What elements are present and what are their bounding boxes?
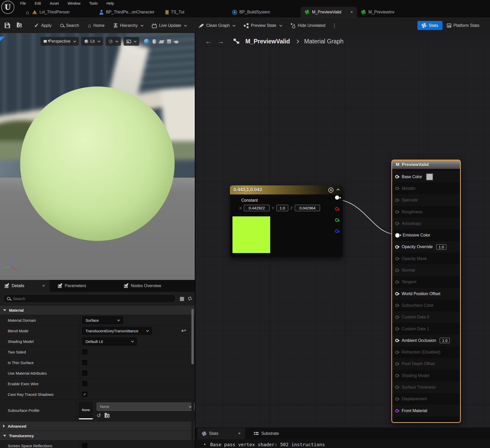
tab-nodes-overview[interactable]: Nodes Overview	[119, 280, 166, 292]
close-icon[interactable]: ×	[238, 431, 240, 436]
menu-tools[interactable]: Tools	[89, 1, 98, 5]
output-pin-b[interactable]	[335, 229, 339, 233]
input-pin[interactable]	[395, 351, 399, 354]
tab-bp-buildsystem[interactable]: BP_BuildSystem	[232, 7, 270, 18]
input-pin[interactable]	[395, 175, 399, 178]
input-pin-substrate[interactable]	[395, 409, 399, 412]
gear-icon[interactable]	[188, 297, 192, 300]
home-button[interactable]: ⌂ Home	[83, 23, 109, 28]
tab-stats[interactable]: Stats ×	[197, 428, 245, 439]
input-pin[interactable]	[395, 362, 399, 366]
constant-node[interactable]: 0.443,1,0.043 Constant X 0.442922 Y 1.0 …	[230, 185, 343, 257]
search-input[interactable]	[13, 296, 172, 301]
z-value-input[interactable]: 0.042964	[295, 205, 320, 211]
input-pin[interactable]	[395, 397, 399, 401]
menu-window[interactable]: Window	[68, 1, 81, 5]
input-pin[interactable]	[395, 199, 399, 202]
input-pin[interactable]	[395, 292, 399, 295]
show-flags-dropdown[interactable]	[106, 37, 121, 46]
screen-space-reflections-checkbox[interactable]	[82, 443, 87, 448]
x-value-input[interactable]: 0.442922	[244, 205, 270, 211]
sphere-shape-icon[interactable]	[144, 39, 149, 44]
live-update-button[interactable]: Live Update	[147, 23, 191, 28]
menu-asset[interactable]: Asset	[50, 1, 59, 5]
shading-model-select[interactable]: Default Lit	[82, 337, 137, 345]
y-value-input[interactable]: 1.0	[276, 205, 288, 211]
tab-m-previewvalid[interactable]: M_PreviewValid ×	[301, 7, 357, 18]
menu-edit[interactable]: Edit	[35, 1, 41, 5]
stats-button[interactable]: Stats	[417, 21, 442, 30]
navigate-forward-icon[interactable]: →	[217, 38, 224, 45]
preview-state-button[interactable]: Preview State	[239, 23, 286, 28]
tab-details[interactable]: Details ×	[0, 280, 50, 292]
input-pin[interactable]	[395, 269, 399, 272]
blend-mode-select[interactable]: TranslucentGreyTransmittance	[82, 327, 152, 335]
input-pin[interactable]	[395, 187, 399, 190]
hierarchy-button[interactable]: Hierarchy	[109, 23, 147, 28]
breadcrumb-root[interactable]: M_PreviewValid	[245, 38, 290, 45]
close-icon[interactable]: ×	[350, 10, 353, 15]
browse-to-asset-icon[interactable]	[17, 23, 22, 27]
section-material[interactable]: Material	[0, 305, 195, 315]
clean-graph-button[interactable]: Clean Graph	[195, 23, 239, 28]
tab-substrate[interactable]: Substrate	[249, 428, 283, 439]
menu-help[interactable]: Help	[106, 1, 114, 5]
browse-to-asset-icon[interactable]	[105, 414, 110, 418]
apply-button[interactable]: ✓ Apply	[30, 23, 56, 28]
input-pin[interactable]	[395, 280, 399, 284]
tab-parameters[interactable]: Parameters	[53, 280, 91, 292]
section-advanced[interactable]: Advanced	[0, 421, 195, 431]
more-options-icon[interactable]: ⋮	[330, 22, 339, 29]
material-preview-sphere[interactable]	[20, 87, 175, 241]
tab-lvl-thirdperson[interactable]: Lvl_ThirdPerson	[32, 7, 70, 18]
search-button[interactable]: Search	[56, 23, 83, 28]
tab-ts-tut[interactable]: TS_Tut	[165, 7, 184, 18]
preview-viewport[interactable]: Perspective Lit z y	[0, 33, 195, 280]
input-pin[interactable]	[395, 386, 399, 389]
lit-dropdown[interactable]: Lit	[81, 37, 103, 46]
tab-bp-thirdperson-character[interactable]: BP_ThirdPe...onCharacter	[99, 7, 154, 18]
navigate-back-icon[interactable]: ←	[205, 38, 212, 45]
enable-exec-wire-checkbox[interactable]	[82, 381, 87, 386]
use-selected-asset-icon[interactable]: ↺	[97, 412, 101, 419]
tab-m-previewinvalid[interactable]: M_PreviewInv	[361, 7, 394, 18]
material-result-node[interactable]: M_PreviewValid Base Color Metallic Specu…	[391, 160, 461, 423]
output-pin-rgb[interactable]	[335, 195, 339, 200]
is-thin-surface-checkbox[interactable]	[82, 360, 87, 365]
cylinder-shape-icon[interactable]	[153, 39, 156, 44]
hide-unrelated-button[interactable]: Hide Unrelated	[286, 23, 330, 28]
output-pin-r[interactable]	[335, 207, 339, 211]
input-pin-connected[interactable]	[395, 233, 400, 238]
home-icon[interactable]: ⌂	[26, 10, 29, 15]
menu-file[interactable]: File	[20, 1, 26, 5]
base-color-swatch[interactable]	[426, 174, 433, 180]
perspective-dropdown[interactable]: Perspective	[41, 37, 79, 46]
pin-default-value[interactable]: 1.0	[436, 244, 446, 250]
save-icon[interactable]	[5, 23, 10, 28]
input-pin[interactable]	[395, 316, 399, 319]
input-pin[interactable]	[395, 327, 399, 331]
section-translucency[interactable]: Translucency	[0, 431, 195, 440]
pin-default-value[interactable]: 1.0	[440, 338, 450, 343]
plane-shape-icon[interactable]	[159, 40, 164, 43]
input-pin[interactable]	[395, 257, 399, 260]
preview-toggle-icon[interactable]	[328, 187, 333, 193]
input-pin[interactable]	[395, 210, 399, 214]
chevron-up-icon[interactable]	[337, 188, 339, 191]
platform-stats-button[interactable]: Platform Stats	[442, 23, 484, 28]
output-pin-g[interactable]	[335, 218, 339, 222]
cast-ray-traced-shadows-checkbox[interactable]: ✓	[82, 392, 87, 397]
input-pin[interactable]	[395, 245, 399, 249]
result-node-header[interactable]: M_PreviewValid	[392, 160, 460, 169]
reset-to-default-icon[interactable]: ↩	[181, 328, 186, 334]
custom-mesh-shape-icon[interactable]	[174, 41, 178, 43]
display-grid-icon[interactable]: ▦	[180, 296, 184, 301]
search-box[interactable]	[3, 294, 176, 303]
subsurface-profile-thumbnail[interactable]: None	[79, 402, 93, 419]
input-pin[interactable]	[395, 339, 399, 342]
material-domain-select[interactable]: Surface	[82, 316, 123, 324]
close-icon[interactable]: ×	[42, 283, 45, 288]
two-sided-checkbox[interactable]	[82, 349, 87, 355]
scrollbar-thumb[interactable]	[191, 309, 194, 364]
subsurface-profile-select[interactable]: None	[97, 403, 195, 411]
